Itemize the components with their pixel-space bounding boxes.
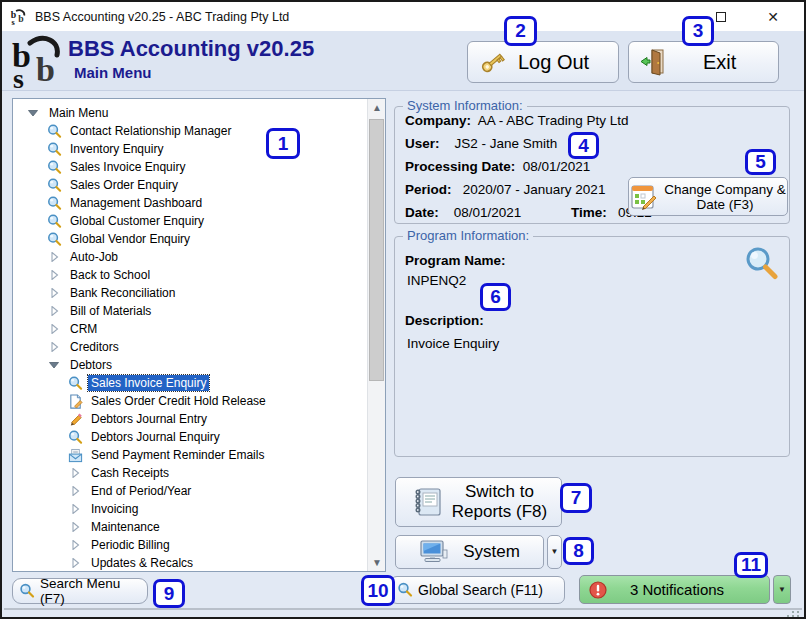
tree-collapsed-icon[interactable] bbox=[67, 537, 83, 553]
tree-collapsed-icon[interactable] bbox=[67, 555, 83, 571]
tree-item-main-menu[interactable]: Main Menu bbox=[13, 104, 367, 122]
key-icon bbox=[478, 47, 508, 77]
annotation-marker-1: 1 bbox=[266, 128, 300, 159]
system-label: System bbox=[463, 542, 520, 562]
window-title: BBS Accounting v20.25 - ABC Trading Pty … bbox=[35, 10, 289, 24]
program-search-icon[interactable] bbox=[743, 245, 779, 281]
period-row: Period: 2020/07 - January 2021 bbox=[405, 182, 605, 197]
tree-item-label: Send Payment Reminder Emails bbox=[88, 447, 267, 463]
tree-item-inventory-enquiry[interactable]: Inventory Enquiry bbox=[13, 140, 367, 158]
annotation-marker-4: 4 bbox=[568, 132, 599, 159]
tree-item-send-payment-reminder-emails[interactable]: Send Payment Reminder Emails bbox=[13, 446, 367, 464]
processing-date-row: Processing Date: 08/01/2021 bbox=[405, 159, 590, 174]
bbs-logo: b b s bbox=[10, 33, 68, 90]
tree-item-management-dashboard[interactable]: Management Dashboard bbox=[13, 194, 367, 212]
exit-button[interactable]: Exit bbox=[628, 41, 779, 83]
tree-collapsed-icon[interactable] bbox=[46, 285, 62, 301]
company-value: AA - ABC Trading Pty Ltd bbox=[478, 113, 629, 128]
tree-item-crm[interactable]: CRM bbox=[13, 320, 367, 338]
tree-item-label: Management Dashboard bbox=[67, 195, 205, 211]
system-information-legend: System Information: bbox=[403, 98, 527, 113]
tree-item-creditors[interactable]: Creditors bbox=[13, 338, 367, 356]
page-title: BBS Accounting v20.25 bbox=[68, 36, 314, 62]
tree-item-label: Main Menu bbox=[46, 105, 111, 121]
tree-collapsed-icon[interactable] bbox=[67, 519, 83, 535]
scrollbar-thumb[interactable] bbox=[369, 119, 384, 381]
app-logo-icon: b b s bbox=[10, 8, 28, 26]
svg-text:b: b bbox=[18, 13, 24, 24]
tree-item-sales-order-credit-hold-release[interactable]: Sales Order Credit Hold Release bbox=[13, 392, 367, 410]
tree-collapsed-icon[interactable] bbox=[46, 267, 62, 283]
switch-to-reports-button[interactable]: Switch to Reports (F8) bbox=[395, 477, 562, 527]
magnifier-icon bbox=[67, 375, 83, 391]
magnifier-icon bbox=[46, 213, 62, 229]
tree-item-debtors-journal-entry[interactable]: Debtors Journal Entry bbox=[13, 410, 367, 428]
global-search-label: Global Search (F11) bbox=[418, 582, 543, 598]
annotation-marker-11: 11 bbox=[734, 552, 768, 578]
tree-item-label: Inventory Enquiry bbox=[67, 141, 166, 157]
tree-item-label: Sales Invoice Enquiry bbox=[67, 159, 188, 175]
system-dropdown-button[interactable]: ▼ bbox=[547, 535, 562, 569]
tree-collapsed-icon[interactable] bbox=[46, 249, 62, 265]
tree-item-updates-recalcs[interactable]: Updates & Recalcs bbox=[13, 554, 367, 571]
switch-to-reports-label: Switch to Reports (F8) bbox=[452, 482, 547, 522]
system-computer-icon bbox=[419, 538, 449, 566]
log-out-button[interactable]: Log Out bbox=[467, 41, 619, 83]
notifications-button[interactable]: 3 Notifications bbox=[579, 575, 770, 604]
tree-item-label: End of Period/Year bbox=[88, 483, 194, 499]
company-label: Company: bbox=[405, 113, 471, 128]
tree-item-global-vendor-enquiry[interactable]: Global Vendor Enquiry bbox=[13, 230, 367, 248]
tree-item-auto-job[interactable]: Auto-Job bbox=[13, 248, 367, 266]
date-label: Date: bbox=[405, 205, 439, 220]
system-button[interactable]: System bbox=[395, 535, 544, 569]
tree-item-bank-reconciliation[interactable]: Bank Reconciliation bbox=[13, 284, 367, 302]
tree-item-debtors-journal-enquiry[interactable]: Debtors Journal Enquiry bbox=[13, 428, 367, 446]
scroll-up-icon[interactable]: ▲ bbox=[368, 99, 386, 116]
tree-item-sales-invoice-enquiry[interactable]: Sales Invoice Enquiry bbox=[13, 158, 367, 176]
tree-item-end-of-period-year[interactable]: End of Period/Year bbox=[13, 482, 367, 500]
tree-item-label: Creditors bbox=[67, 339, 122, 355]
program-information-panel: Program Information: Program Name: INPEN… bbox=[394, 236, 790, 457]
tree-expanded-icon[interactable] bbox=[46, 357, 62, 373]
tree-collapsed-icon[interactable] bbox=[67, 501, 83, 517]
tree-item-label: Debtors bbox=[67, 357, 115, 373]
annotation-marker-5: 5 bbox=[745, 149, 776, 175]
close-button[interactable]: ✕ bbox=[750, 2, 796, 31]
processing-date-label: Processing Date: bbox=[405, 159, 515, 174]
annotation-marker-2: 2 bbox=[504, 16, 537, 46]
resize-grip[interactable] bbox=[786, 610, 800, 618]
tree-collapsed-icon[interactable] bbox=[67, 483, 83, 499]
tree-item-bill-of-materials[interactable]: Bill of Materials bbox=[13, 302, 367, 320]
log-out-label: Log Out bbox=[518, 51, 589, 74]
tree-scrollbar[interactable]: ▲ ▼ bbox=[367, 99, 385, 571]
annotation-marker-3: 3 bbox=[682, 16, 714, 46]
search-menu-button[interactable]: Search Menu (F7) bbox=[12, 578, 148, 604]
global-search-button[interactable]: Global Search (F11) bbox=[390, 576, 565, 604]
tree-collapsed-icon[interactable] bbox=[46, 303, 62, 319]
tree-collapsed-icon[interactable] bbox=[46, 321, 62, 337]
close-icon: ✕ bbox=[767, 10, 779, 24]
description-value: Invoice Enquiry bbox=[407, 336, 499, 351]
magnifier-icon bbox=[46, 195, 62, 211]
period-value: 2020/07 - January 2021 bbox=[463, 182, 606, 197]
tree-collapsed-icon[interactable] bbox=[46, 339, 62, 355]
tree-item-debtors[interactable]: Debtors bbox=[13, 356, 367, 374]
svg-text:b: b bbox=[36, 51, 55, 88]
user-value: JS2 - Jane Smith bbox=[455, 136, 558, 151]
tree-item-maintenance[interactable]: Maintenance bbox=[13, 518, 367, 536]
tree-item-cash-receipts[interactable]: Cash Receipts bbox=[13, 464, 367, 482]
tree-item-contact-relationship-manager[interactable]: Contact Relationship Manager bbox=[13, 122, 367, 140]
scroll-down-icon[interactable]: ▼ bbox=[368, 554, 386, 571]
tree-item-back-to-school[interactable]: Back to School bbox=[13, 266, 367, 284]
tree-collapsed-icon[interactable] bbox=[67, 465, 83, 481]
tree-item-global-customer-enquiry[interactable]: Global Customer Enquiry bbox=[13, 212, 367, 230]
tree-item-sales-order-enquiry[interactable]: Sales Order Enquiry bbox=[13, 176, 367, 194]
tree-item-label: CRM bbox=[67, 321, 100, 337]
notifications-dropdown-button[interactable]: ▼ bbox=[773, 575, 791, 604]
tree-item-label: Global Customer Enquiry bbox=[67, 213, 207, 229]
change-company-date-button[interactable]: Change Company & Date (F3) bbox=[628, 177, 788, 216]
tree-item-sales-invoice-enquiry[interactable]: Sales Invoice Enquiry bbox=[13, 374, 367, 392]
tree-item-invoicing[interactable]: Invoicing bbox=[13, 500, 367, 518]
tree-item-periodic-billing[interactable]: Periodic Billing bbox=[13, 536, 367, 554]
tree-expanded-icon[interactable] bbox=[25, 105, 41, 121]
